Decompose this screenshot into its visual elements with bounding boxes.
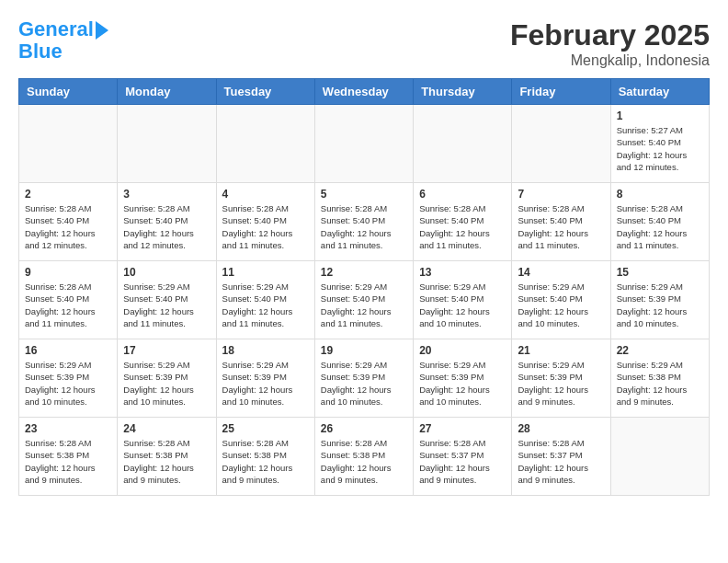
day-number: 28 [518,422,604,435]
day-info: Sunrise: 5:28 AMSunset: 5:40 PMDaylight:… [518,202,604,251]
day-number: 9 [25,266,111,279]
calendar-cell: 18Sunrise: 5:29 AMSunset: 5:39 PMDayligh… [216,339,314,418]
day-number: 8 [617,188,703,201]
calendar-cell: 17Sunrise: 5:29 AMSunset: 5:39 PMDayligh… [118,339,216,418]
day-info: Sunrise: 5:29 AMSunset: 5:40 PMDaylight:… [222,281,309,329]
week-row-2: 2Sunrise: 5:28 AMSunset: 5:40 PMDaylight… [19,183,710,261]
logo: General Blue [18,18,108,63]
week-row-3: 9Sunrise: 5:28 AMSunset: 5:40 PMDaylight… [19,261,710,339]
day-number: 18 [222,344,309,357]
day-number: 17 [123,344,210,357]
column-header-tuesday: Tuesday [216,79,314,105]
column-header-monday: Monday [118,79,216,105]
day-info: Sunrise: 5:28 AMSunset: 5:38 PMDaylight:… [321,437,407,486]
day-info: Sunrise: 5:29 AMSunset: 5:39 PMDaylight:… [419,359,506,408]
day-number: 12 [321,266,407,279]
day-info: Sunrise: 5:29 AMSunset: 5:40 PMDaylight:… [321,281,407,329]
day-info: Sunrise: 5:28 AMSunset: 5:38 PMDaylight:… [25,437,111,486]
calendar-cell: 25Sunrise: 5:28 AMSunset: 5:38 PMDayligh… [216,418,314,496]
day-info: Sunrise: 5:28 AMSunset: 5:37 PMDaylight:… [419,437,506,486]
calendar-cell: 11Sunrise: 5:29 AMSunset: 5:40 PMDayligh… [216,261,314,339]
day-info: Sunrise: 5:28 AMSunset: 5:40 PMDaylight:… [222,202,309,251]
logo-arrow-icon [96,21,108,40]
day-info: Sunrise: 5:28 AMSunset: 5:40 PMDaylight:… [25,202,111,251]
calendar-cell: 5Sunrise: 5:28 AMSunset: 5:40 PMDaylight… [314,183,413,261]
day-number: 16 [25,344,111,357]
calendar-cell: 6Sunrise: 5:28 AMSunset: 5:40 PMDaylight… [414,183,512,261]
calendar-cell [216,105,314,183]
week-row-5: 23Sunrise: 5:28 AMSunset: 5:38 PMDayligh… [19,418,710,496]
day-number: 24 [123,422,210,435]
calendar-cell [512,105,610,183]
day-info: Sunrise: 5:29 AMSunset: 5:40 PMDaylight:… [419,281,506,329]
calendar-cell: 8Sunrise: 5:28 AMSunset: 5:40 PMDaylight… [610,183,709,261]
calendar-cell: 12Sunrise: 5:29 AMSunset: 5:40 PMDayligh… [314,261,413,339]
calendar-table: SundayMondayTuesdayWednesdayThursdayFrid… [18,78,710,496]
day-number: 21 [518,344,604,357]
calendar-cell: 13Sunrise: 5:29 AMSunset: 5:40 PMDayligh… [414,261,512,339]
calendar-cell: 27Sunrise: 5:28 AMSunset: 5:37 PMDayligh… [414,418,512,496]
column-header-friday: Friday [512,79,610,105]
logo-text: General [18,18,94,40]
day-number: 7 [518,188,604,201]
column-header-sunday: Sunday [19,79,118,105]
day-info: Sunrise: 5:29 AMSunset: 5:39 PMDaylight:… [25,359,111,408]
calendar-cell: 23Sunrise: 5:28 AMSunset: 5:38 PMDayligh… [19,418,118,496]
day-number: 14 [518,266,604,279]
calendar-cell: 28Sunrise: 5:28 AMSunset: 5:37 PMDayligh… [512,418,610,496]
day-number: 6 [419,188,506,201]
day-info: Sunrise: 5:28 AMSunset: 5:40 PMDaylight:… [419,202,506,251]
calendar-cell: 26Sunrise: 5:28 AMSunset: 5:38 PMDayligh… [314,418,413,496]
calendar-cell: 1Sunrise: 5:27 AMSunset: 5:40 PMDaylight… [610,105,709,183]
day-number: 22 [617,344,703,357]
day-info: Sunrise: 5:28 AMSunset: 5:40 PMDaylight:… [123,202,210,251]
calendar-cell: 20Sunrise: 5:29 AMSunset: 5:39 PMDayligh… [414,339,512,418]
day-number: 13 [419,266,506,279]
day-number: 10 [123,266,210,279]
calendar-cell: 16Sunrise: 5:29 AMSunset: 5:39 PMDayligh… [19,339,118,418]
calendar-subtitle: Mengkalip, Indonesia [510,52,710,69]
day-number: 4 [222,188,309,201]
calendar-cell: 4Sunrise: 5:28 AMSunset: 5:40 PMDaylight… [216,183,314,261]
calendar-cell [19,105,118,183]
calendar-cell [314,105,413,183]
week-row-1: 1Sunrise: 5:27 AMSunset: 5:40 PMDaylight… [19,105,710,183]
calendar-cell [610,418,709,496]
day-number: 25 [222,422,309,435]
calendar-cell: 24Sunrise: 5:28 AMSunset: 5:38 PMDayligh… [118,418,216,496]
column-header-saturday: Saturday [610,79,709,105]
day-number: 26 [321,422,407,435]
calendar-cell: 22Sunrise: 5:29 AMSunset: 5:38 PMDayligh… [610,339,709,418]
day-info: Sunrise: 5:28 AMSunset: 5:38 PMDaylight:… [222,437,309,486]
calendar-cell: 9Sunrise: 5:28 AMSunset: 5:40 PMDaylight… [19,261,118,339]
day-info: Sunrise: 5:29 AMSunset: 5:40 PMDaylight:… [518,281,604,329]
day-info: Sunrise: 5:29 AMSunset: 5:39 PMDaylight:… [518,359,604,408]
logo-blue-text: Blue [18,40,108,63]
day-info: Sunrise: 5:29 AMSunset: 5:39 PMDaylight:… [617,281,703,329]
calendar-cell: 15Sunrise: 5:29 AMSunset: 5:39 PMDayligh… [610,261,709,339]
day-number: 27 [419,422,506,435]
column-header-wednesday: Wednesday [314,79,413,105]
title-block: February 2025 Mengkalip, Indonesia [510,18,710,69]
calendar-cell: 3Sunrise: 5:28 AMSunset: 5:40 PMDaylight… [118,183,216,261]
day-info: Sunrise: 5:28 AMSunset: 5:38 PMDaylight:… [123,437,210,486]
calendar-cell: 7Sunrise: 5:28 AMSunset: 5:40 PMDaylight… [512,183,610,261]
day-number: 20 [419,344,506,357]
calendar-cell: 21Sunrise: 5:29 AMSunset: 5:39 PMDayligh… [512,339,610,418]
column-header-thursday: Thursday [414,79,512,105]
day-info: Sunrise: 5:29 AMSunset: 5:39 PMDaylight:… [321,359,407,408]
calendar-cell: 19Sunrise: 5:29 AMSunset: 5:39 PMDayligh… [314,339,413,418]
day-number: 11 [222,266,309,279]
day-info: Sunrise: 5:29 AMSunset: 5:39 PMDaylight:… [222,359,309,408]
day-info: Sunrise: 5:28 AMSunset: 5:40 PMDaylight:… [321,202,407,251]
day-number: 15 [617,266,703,279]
day-number: 5 [321,188,407,201]
day-info: Sunrise: 5:27 AMSunset: 5:40 PMDaylight:… [617,124,703,173]
day-info: Sunrise: 5:29 AMSunset: 5:38 PMDaylight:… [617,359,703,408]
page-header: General Blue February 2025 Mengkalip, In… [18,18,710,69]
day-info: Sunrise: 5:28 AMSunset: 5:40 PMDaylight:… [617,202,703,251]
day-number: 23 [25,422,111,435]
day-number: 1 [617,109,703,122]
calendar-cell [118,105,216,183]
day-info: Sunrise: 5:29 AMSunset: 5:39 PMDaylight:… [123,359,210,408]
